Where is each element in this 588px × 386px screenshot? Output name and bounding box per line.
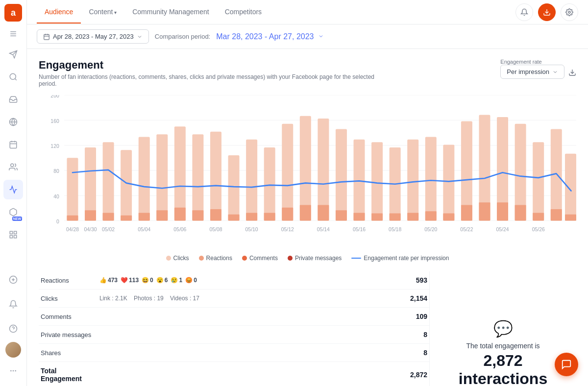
svg-rect-59 <box>139 137 150 221</box>
svg-rect-103 <box>533 142 544 220</box>
engagement-chart: 200 160 120 80 40 0 5% 4% 3% 2% 1% 0% <box>39 95 576 247</box>
legend-clicks-label: Clicks <box>173 255 189 262</box>
sidebar-item-inbox[interactable] <box>3 90 23 109</box>
shares-label: Shares <box>39 344 98 362</box>
rail-toggle[interactable] <box>6 26 21 41</box>
svg-rect-53 <box>85 147 96 221</box>
svg-rect-60 <box>139 213 150 221</box>
svg-rect-17 <box>10 236 12 238</box>
svg-text:05/18: 05/18 <box>389 226 401 232</box>
svg-rect-74 <box>264 213 275 221</box>
svg-rect-65 <box>192 134 203 220</box>
legend-comments-label: Comments <box>249 255 278 262</box>
svg-point-5 <box>10 73 16 79</box>
svg-text:05/22: 05/22 <box>460 226 473 232</box>
calendar-icon <box>43 33 50 40</box>
legend-clicks: Clicks <box>166 255 189 262</box>
chart-download-btn[interactable] <box>568 69 576 78</box>
notification-icon-btn[interactable] <box>515 3 533 21</box>
chevron-down-icon-rate <box>552 69 558 75</box>
comparison-period-link[interactable]: Mar 28, 2023 - Apr 27, 2023 <box>216 32 324 41</box>
private-messages-detail <box>98 326 373 344</box>
sidebar-item-calendar[interactable] <box>3 135 23 154</box>
svg-text:05/20: 05/20 <box>424 226 437 232</box>
date-picker-primary[interactable]: Apr 28, 2023 - May 27, 2023 <box>37 29 149 44</box>
svg-rect-94 <box>443 214 454 221</box>
laugh-badge: 😆 0 <box>142 277 153 284</box>
legend-comments: Comments <box>242 255 278 262</box>
svg-rect-98 <box>479 202 490 220</box>
svg-rect-55 <box>103 142 114 220</box>
sidebar-item-analytics[interactable] <box>3 180 23 199</box>
svg-rect-80 <box>318 205 329 220</box>
tab-audience[interactable]: Audience <box>37 1 81 24</box>
like-badge: 👍 473 <box>99 277 118 284</box>
svg-rect-66 <box>192 210 203 220</box>
download-icon-btn[interactable] <box>538 3 556 21</box>
clicks-detail: Link : 2.1K Photos : 19 Videos : 17 <box>98 290 373 308</box>
svg-point-27 <box>568 11 570 13</box>
svg-rect-63 <box>174 126 186 220</box>
svg-rect-85 <box>371 142 383 220</box>
sidebar-item-bell[interactable] <box>3 294 23 314</box>
svg-rect-56 <box>103 213 114 221</box>
sidebar-item-more[interactable] <box>3 361 23 381</box>
svg-text:05/04: 05/04 <box>138 226 150 232</box>
sidebar-item-send[interactable] <box>3 45 23 64</box>
legend-reactions: Reactions <box>199 255 232 262</box>
app-logo[interactable]: a <box>4 4 22 22</box>
svg-rect-69 <box>228 155 240 221</box>
heart-badge: ❤️ 113 <box>121 277 139 284</box>
shares-detail <box>98 344 373 362</box>
tab-competitors[interactable]: Competitors <box>217 1 270 24</box>
table-row-total: Total Engagement 2,872 <box>39 362 429 386</box>
sidebar-item-globe[interactable] <box>3 112 23 132</box>
svg-rect-83 <box>354 140 365 221</box>
rail-bottom <box>3 268 23 382</box>
date-bar: Apr 28, 2023 - May 27, 2023 Comparison p… <box>27 24 588 49</box>
table-row-comments: Comments 109 <box>39 308 429 326</box>
avatar[interactable] <box>5 342 21 358</box>
svg-rect-93 <box>443 145 454 221</box>
svg-rect-67 <box>210 132 221 221</box>
chat-button[interactable] <box>555 353 578 376</box>
svg-rect-2 <box>10 36 16 37</box>
comparison-label: Comparison period: <box>155 33 210 40</box>
comments-label: Comments <box>39 308 98 326</box>
svg-rect-72 <box>246 213 257 221</box>
svg-rect-28 <box>44 34 49 40</box>
engagement-rate-select[interactable]: Per impression <box>500 65 564 79</box>
settings-icon-btn[interactable] <box>561 3 578 21</box>
sidebar-item-users[interactable] <box>3 157 23 177</box>
svg-text:40: 40 <box>53 193 59 199</box>
svg-rect-96 <box>461 205 472 220</box>
top-nav-right <box>515 3 578 21</box>
svg-rect-78 <box>300 205 311 220</box>
sidebar-item-grid[interactable] <box>3 225 23 244</box>
table-row-shares: Shares 8 <box>39 344 429 362</box>
svg-rect-84 <box>354 213 365 221</box>
sidebar-item-new[interactable]: NEW <box>3 202 23 222</box>
engagement-title: Engagement <box>39 59 382 72</box>
content-area: Engagement Number of fan interactions (r… <box>27 49 588 386</box>
tab-content[interactable]: Content <box>81 1 124 24</box>
legend-private-messages: Private messages <box>288 255 342 262</box>
total-label: Total Engagement <box>39 362 98 386</box>
sidebar-item-add[interactable] <box>3 270 23 290</box>
svg-rect-76 <box>282 208 293 221</box>
reactions-emojis: 👍 473 ❤️ 113 😆 0 😮 6 😢 1 😡 0 <box>98 271 373 290</box>
panel-icon: 💬 <box>493 319 513 338</box>
tab-community-management[interactable]: Community Management <box>124 1 217 24</box>
sidebar-item-search[interactable] <box>3 67 23 87</box>
svg-rect-62 <box>156 210 168 220</box>
main-area: Audience Content Community Management Co… <box>27 0 588 386</box>
stats-table: Reactions 👍 473 ❤️ 113 😆 0 😮 6 😢 1 😡 0 <box>39 271 429 386</box>
panel-title: The total engagement is <box>466 342 539 350</box>
private-messages-label: Private messages <box>39 326 98 344</box>
svg-rect-64 <box>174 208 186 221</box>
svg-rect-81 <box>336 129 347 220</box>
sidebar-item-help[interactable] <box>3 319 23 338</box>
engagement-header: Engagement Number of fan interactions (r… <box>39 59 576 87</box>
svg-rect-0 <box>10 31 16 32</box>
comments-value: 109 <box>373 308 429 326</box>
